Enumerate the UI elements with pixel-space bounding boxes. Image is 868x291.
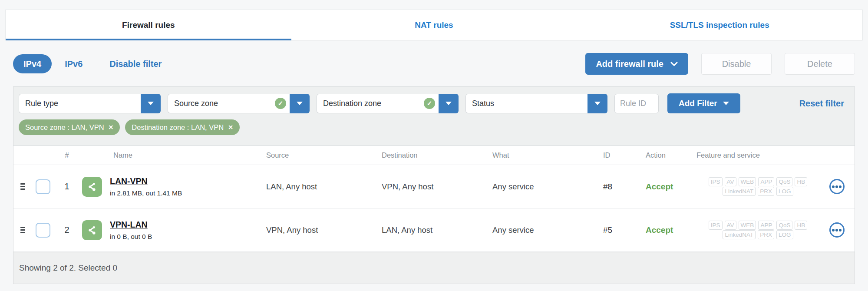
header-id: ID xyxy=(600,151,642,159)
share-icon xyxy=(82,177,102,197)
rule-what: Any service xyxy=(489,225,600,235)
rule-features: IPSAVWEBAPPQoSHB LinkedNATPRXLOG xyxy=(693,220,819,240)
feature-badge: HB xyxy=(795,221,807,230)
filter-area: Rule typeSource zone✓Destination zone✓St… xyxy=(13,87,855,146)
chevron-down-triangle-icon xyxy=(446,102,452,105)
table-summary: Showing 2 of 2. Selected 0 xyxy=(19,263,117,273)
add-firewall-rule-button[interactable]: Add firewall rule xyxy=(585,53,688,75)
chevron-down-triangle-icon xyxy=(723,102,729,105)
feature-badge: LinkedNAT xyxy=(723,230,756,239)
dropdown-label: Destination zone xyxy=(323,99,420,108)
feature-badge: APP xyxy=(758,221,774,230)
add-filter-button[interactable]: Add Filter xyxy=(667,93,740,113)
chevron-down-triangle-icon xyxy=(297,102,303,105)
filter-chip: Source zone : LAN, VPN✕ xyxy=(19,119,120,135)
feature-badge: LOG xyxy=(776,230,793,239)
table-header: # Name Source Destination What ID Action… xyxy=(13,146,855,165)
disable-filter-link[interactable]: Disable filter xyxy=(109,59,162,69)
ellipsis-circle-icon[interactable] xyxy=(829,222,845,238)
feature-badge: IPS xyxy=(709,177,723,186)
rule-id: #5 xyxy=(600,225,642,235)
header-feature-and-service: Feature and service xyxy=(693,151,819,159)
rules-table-body: 1 LAN-VPN in 2.81 MB, out 1.41 MB LAN, A… xyxy=(13,165,855,252)
dropdown-toggle-button[interactable] xyxy=(290,94,310,113)
tab-nat-rules[interactable]: NAT rules xyxy=(291,10,577,40)
rule-action: Accept xyxy=(646,225,673,235)
rule-destination: LAN, Any host xyxy=(378,225,489,235)
feature-badge: WEB xyxy=(739,177,756,186)
rule-features: IPSAVWEBAPPQoSHB LinkedNATPRXLOG xyxy=(693,177,819,196)
rules-panel: Rule typeSource zone✓Destination zone✓St… xyxy=(13,86,855,284)
ipv4-toggle[interactable]: IPv4 xyxy=(13,54,52,73)
feature-badge: QoS xyxy=(776,221,792,230)
header-source: Source xyxy=(263,151,378,159)
row-checkbox[interactable] xyxy=(36,179,50,194)
rule-id-input[interactable] xyxy=(614,94,659,113)
rule-source: VPN, Any host xyxy=(263,225,378,235)
rule-name-link[interactable]: LAN-VPN xyxy=(110,176,148,186)
feature-badge: LOG xyxy=(776,187,793,196)
feature-badge: APP xyxy=(758,177,774,186)
tab-bar: Firewall rulesNAT rulesSSL/TLS inspectio… xyxy=(5,10,863,40)
close-icon[interactable]: ✕ xyxy=(228,124,233,131)
filter-bar: Rule typeSource zone✓Destination zone✓St… xyxy=(13,87,855,118)
check-circle-icon: ✓ xyxy=(275,98,286,109)
rule-action: Accept xyxy=(646,182,673,191)
add-firewall-rule-label: Add firewall rule xyxy=(596,59,663,69)
table-row: 2 VPN-LAN in 0 B, out 0 B VPN, Any host … xyxy=(13,208,855,252)
rule-source: LAN, Any host xyxy=(263,182,378,192)
filter-dropdown-destination-zone[interactable]: Destination zone✓ xyxy=(317,94,459,113)
rule-name-link[interactable]: VPN-LAN xyxy=(110,220,148,229)
tab-firewall-rules[interactable]: Firewall rules xyxy=(6,10,291,40)
filter-chip: Destination zone : LAN, VPN✕ xyxy=(125,119,240,135)
table-row: 1 LAN-VPN in 2.81 MB, out 1.41 MB LAN, A… xyxy=(13,165,855,208)
header-name: Name xyxy=(79,151,263,159)
filter-dropdowns: Rule typeSource zone✓Destination zone✓St… xyxy=(19,94,607,113)
dropdown-label: Status xyxy=(472,99,584,108)
ipv6-toggle[interactable]: IPv6 xyxy=(65,59,83,69)
header-action: Action xyxy=(642,151,693,159)
feature-badge: WEB xyxy=(739,221,756,230)
rule-number: 2 xyxy=(54,225,79,235)
dropdown-label: Rule type xyxy=(25,99,137,108)
reset-filter-link[interactable]: Reset filter xyxy=(799,99,849,109)
filter-dropdown-rule-type[interactable]: Rule type xyxy=(19,94,161,113)
header-destination: Destination xyxy=(378,151,489,159)
add-filter-label: Add Filter xyxy=(679,99,717,108)
disable-button[interactable]: Disable xyxy=(701,53,772,75)
dropdown-toggle-button[interactable] xyxy=(439,94,459,113)
toolbar: IPv4 IPv6 Disable filter Add firewall ru… xyxy=(13,53,855,75)
delete-button[interactable]: Delete xyxy=(785,53,855,75)
header-number: # xyxy=(54,151,79,159)
filter-chip-label: Source zone : LAN, VPN xyxy=(25,123,104,132)
feature-badge: HB xyxy=(795,177,807,186)
drag-handle-icon[interactable] xyxy=(20,183,25,190)
ellipsis-circle-icon[interactable] xyxy=(829,179,845,194)
rule-traffic: in 0 B, out 0 B xyxy=(110,233,152,241)
table-footer: Showing 2 of 2. Selected 0 xyxy=(13,252,855,284)
rule-destination: VPN, Any host xyxy=(378,182,489,192)
filter-dropdown-source-zone[interactable]: Source zone✓ xyxy=(168,94,310,113)
row-checkbox[interactable] xyxy=(36,223,50,238)
drag-handle-icon[interactable] xyxy=(20,227,25,233)
rule-id: #8 xyxy=(600,182,642,192)
dropdown-toggle-button[interactable] xyxy=(587,94,607,113)
dropdown-toggle-button[interactable] xyxy=(141,94,161,113)
check-circle-icon: ✓ xyxy=(424,98,435,109)
feature-badge: LinkedNAT xyxy=(723,187,756,196)
rule-what: Any service xyxy=(489,182,600,192)
feature-badge: AV xyxy=(725,177,736,186)
close-icon[interactable]: ✕ xyxy=(109,124,114,131)
feature-badge: PRX xyxy=(758,230,774,239)
chevron-down-triangle-icon xyxy=(148,102,154,105)
header-what: What xyxy=(489,151,600,159)
dropdown-label: Source zone xyxy=(174,99,271,108)
feature-badge: AV xyxy=(725,221,736,230)
filter-dropdown-status[interactable]: Status xyxy=(465,94,607,113)
chevron-down-icon xyxy=(670,62,678,66)
rule-traffic: in 2.81 MB, out 1.41 MB xyxy=(110,189,182,197)
share-icon xyxy=(82,220,102,240)
chevron-down-triangle-icon xyxy=(594,102,601,105)
feature-badge: IPS xyxy=(709,221,723,230)
tab-ssl-tls-inspection-rules[interactable]: SSL/TLS inspection rules xyxy=(577,10,862,40)
